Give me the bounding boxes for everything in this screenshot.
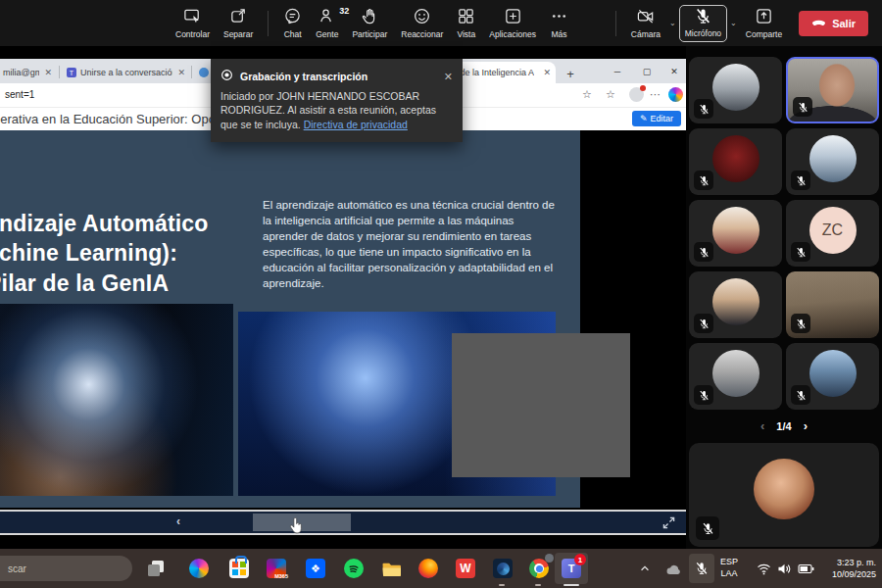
volume-icon[interactable]	[773, 556, 795, 581]
tab-close-icon[interactable]: ✕	[172, 68, 190, 77]
search-text: scar	[8, 564, 26, 574]
tab-gmail-title: milia@gmail.co	[0, 68, 39, 77]
language-indicator[interactable]: ESP LAA	[720, 557, 738, 579]
muted-mic-icon	[694, 314, 713, 333]
leave-button[interactable]: Salir	[799, 11, 868, 36]
bookmark-star-icon[interactable]: ☆	[582, 88, 592, 101]
tab-teams-title: Unirse a la conversación	[80, 68, 172, 77]
tray-chevron-up-icon[interactable]	[635, 556, 655, 581]
windows-taskbar: scar M365 ❖	[0, 549, 882, 588]
window-restore-button[interactable]: ▢	[635, 62, 659, 81]
blue-app-icon[interactable]	[490, 556, 515, 581]
window-close-button[interactable]: ✕	[662, 62, 686, 81]
page-next-icon[interactable]: ›	[804, 418, 808, 433]
firefox-icon[interactable]	[416, 556, 441, 581]
privacy-policy-link[interactable]: Directiva de privacidad	[304, 119, 408, 130]
teams-taskbar-icon[interactable]: T 1	[559, 556, 584, 581]
more-dots-icon	[550, 7, 568, 27]
slide-title: endizaje Automático achine Learning): Pi…	[0, 209, 209, 298]
task-view-icon[interactable]	[143, 556, 169, 581]
copilot-taskbar-icon[interactable]	[186, 556, 212, 581]
muted-mic-icon	[793, 97, 812, 117]
control-button[interactable]: Controlar	[175, 7, 210, 39]
taskbar-search-input[interactable]: scar	[0, 556, 132, 581]
spotify-icon[interactable]	[341, 556, 367, 581]
camera-label: Cámara	[631, 29, 661, 39]
slide-prev-icon[interactable]: ‹	[176, 514, 180, 528]
collections-star-icon[interactable]: ☆	[606, 88, 615, 101]
wps-office-icon[interactable]: W	[453, 556, 478, 581]
popout-icon	[229, 7, 248, 27]
tray-mic-muted-icon[interactable]	[689, 554, 714, 583]
browser-menu-icon[interactable]: ⋯	[650, 88, 661, 101]
window-minimize-button[interactable]: ─	[606, 62, 629, 81]
page-indicator: 1/4	[776, 420, 791, 432]
participant-tile[interactable]	[689, 128, 782, 195]
avatar	[809, 350, 857, 397]
chat-button[interactable]: Chat	[283, 7, 302, 39]
tab-close-icon[interactable]: ✕	[39, 68, 57, 77]
popout-button[interactable]: Separar	[223, 7, 253, 39]
clock[interactable]: 3:23 p. m. 10/09/2025	[819, 557, 876, 580]
participant-tile-zc[interactable]: ZC	[786, 200, 879, 267]
muted-mic-icon	[694, 171, 713, 190]
participant-tile[interactable]	[786, 343, 879, 410]
microphone-button[interactable]: Micrófono	[679, 5, 727, 42]
page-prev-icon[interactable]: ‹	[760, 418, 764, 433]
m365-label: M365	[274, 573, 288, 579]
hand-hologram-image	[0, 304, 233, 496]
microphone-chevron-icon[interactable]: ⌄	[730, 19, 737, 27]
people-button[interactable]: 32 Gente	[316, 7, 338, 39]
grid-icon	[457, 7, 475, 27]
tab-gmail[interactable]: milia@gmail.co ✕	[0, 62, 57, 83]
participant-tile[interactable]	[689, 57, 782, 123]
more-button[interactable]: Más	[550, 7, 568, 39]
raise-hand-button[interactable]: Participar	[352, 7, 387, 39]
file-explorer-icon[interactable]	[378, 556, 404, 581]
browser-profile-avatar[interactable]	[629, 87, 644, 102]
participant-tile[interactable]	[689, 200, 782, 267]
onedrive-cloud-icon[interactable]	[662, 556, 684, 581]
active-speaker-tile[interactable]	[786, 57, 879, 123]
hangup-phone-icon	[811, 18, 826, 29]
avatar	[809, 135, 857, 182]
url-text[interactable]: sent=1	[5, 89, 34, 100]
self-video-tile[interactable]	[689, 443, 879, 547]
m365-icon[interactable]: M365	[264, 556, 289, 581]
participant-tile[interactable]	[786, 128, 879, 195]
teams-favicon: T	[67, 68, 76, 77]
avatar	[712, 64, 760, 111]
copilot-icon[interactable]	[668, 87, 683, 102]
fullscreen-expand-icon[interactable]	[662, 515, 675, 533]
initials-avatar: ZC	[809, 207, 857, 254]
people-label: Gente	[316, 29, 338, 39]
participant-tile[interactable]	[689, 271, 782, 338]
gray-overlay-box	[452, 333, 630, 477]
wifi-icon[interactable]	[753, 556, 774, 581]
participants-panel: ZC ‹ 1/4 ›	[686, 46, 882, 549]
tab-teams-join[interactable]: T Unirse a la conversación ✕	[61, 62, 190, 83]
battery-icon[interactable]	[794, 556, 817, 581]
view-button[interactable]: Vista	[457, 7, 475, 39]
edit-button[interactable]: ✎ Editar	[632, 111, 681, 126]
share-button[interactable]: Comparte	[746, 7, 782, 39]
react-button[interactable]: Reaccionar	[401, 7, 443, 39]
camera-button[interactable]: Cámara	[631, 7, 661, 39]
edit-label: Editar	[651, 114, 674, 123]
participant-tile[interactable]	[689, 343, 782, 410]
camera-chevron-icon[interactable]: ⌄	[669, 19, 676, 27]
raise-hand-label: Participar	[352, 29, 387, 39]
share-label: Comparte	[746, 29, 782, 39]
muted-mic-icon	[694, 99, 713, 119]
tab-separator	[191, 66, 192, 78]
apps-button[interactable]: Aplicaciones	[489, 7, 536, 39]
notification-close-icon[interactable]: ✕	[444, 71, 453, 83]
new-tab-button[interactable]: +	[559, 64, 582, 83]
teams-glyph: T	[568, 563, 575, 574]
microsoft-store-icon[interactable]	[226, 556, 252, 581]
participant-tile-room-video[interactable]	[786, 271, 879, 338]
dropbox-icon[interactable]: ❖	[303, 556, 328, 581]
tab-close-icon[interactable]: ✕	[538, 68, 556, 77]
avatar	[712, 350, 760, 397]
chrome-icon[interactable]	[526, 556, 552, 581]
